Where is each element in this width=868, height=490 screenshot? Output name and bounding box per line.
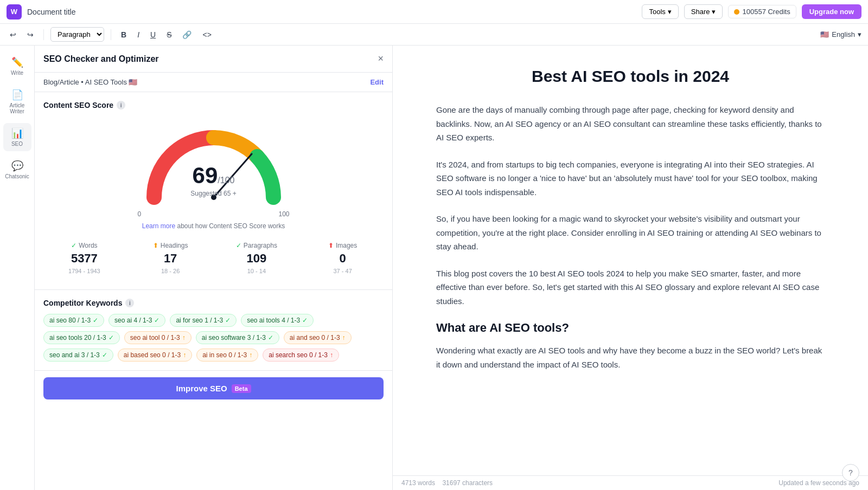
- metrics-grid: ✓ Words 5377 1794 - 1943 ⬆ Headings 17 1…: [43, 235, 384, 281]
- keyword-icon-9: ↑: [183, 351, 186, 359]
- edit-button[interactable]: Edit: [370, 78, 384, 86]
- strikethrough-button[interactable]: S: [163, 28, 175, 41]
- keyword-icon-5: ↑: [182, 334, 186, 341]
- upgrade-button[interactable]: Upgrade now: [802, 4, 861, 19]
- undo-button[interactable]: ↩: [7, 28, 20, 41]
- beta-badge: Beta: [232, 384, 251, 393]
- keyword-tag-3[interactable]: seo ai tools 4 / 1-3 ✓: [241, 314, 314, 327]
- keyword-icon-2: ✓: [225, 317, 231, 324]
- keyword-tag-11[interactable]: ai search seo 0 / 1-3 ↑: [263, 349, 339, 362]
- bold-button[interactable]: B: [118, 28, 130, 41]
- metric-headings: ⬆ Headings 17 18 - 26: [130, 242, 212, 274]
- top-bar: W Document title Tools ▾ Share ▾ 100557 …: [0, 0, 868, 24]
- sidebar-item-seo[interactable]: 📊 SEO: [3, 123, 31, 151]
- credits-badge: 100557 Credits: [728, 5, 796, 18]
- score-info-icon[interactable]: i: [117, 101, 125, 109]
- keyword-icon-3: ✓: [302, 317, 308, 324]
- keyword-tag-6[interactable]: ai seo software 3 / 1-3 ✓: [196, 331, 279, 344]
- learn-more-text: Learn more about how Content SEO Score w…: [142, 222, 285, 230]
- status-bar: 4713 words 31697 characters Updated a fe…: [393, 475, 868, 490]
- flag-icon: 🇺🇸: [820, 30, 829, 38]
- toolbar-divider-2: [111, 29, 111, 40]
- seo-icon: 📊: [11, 127, 23, 139]
- keyword-icon-1: ✓: [154, 317, 159, 324]
- toolbar-divider-1: [43, 29, 44, 40]
- article-para-3: So, if you have been looking for a magic…: [436, 212, 825, 254]
- paragraphs-check-icon: ✓: [236, 242, 241, 249]
- headings-check-icon: ⬆: [153, 242, 158, 249]
- credits-dot-icon: [734, 9, 739, 15]
- article-para-4: This blog post covers the 10 best AI SEO…: [436, 267, 825, 308]
- improve-seo-button[interactable]: Improve SEO Beta: [43, 377, 384, 399]
- images-arrow-icon: ⬆: [328, 242, 334, 249]
- keyword-tag-4[interactable]: ai seo tools 20 / 1-3 ✓: [43, 331, 120, 344]
- close-panel-button[interactable]: ×: [378, 53, 384, 65]
- gauge-score: 69/100 Suggested 65 +: [190, 163, 236, 197]
- keyword-tag-9[interactable]: ai based seo 0 / 1-3 ↑: [118, 349, 192, 362]
- keywords-section-title: Competitor Keywords i: [43, 299, 384, 307]
- lang-chevron-icon: ▾: [858, 30, 861, 38]
- gauge-labels: 0 100: [138, 210, 290, 218]
- main-layout: ✏️ Write 📄 Article Writer 📊 SEO 💬 Chatso…: [0, 46, 868, 490]
- metric-images: ⬆ Images 0 37 - 47: [302, 242, 384, 274]
- keyword-tag-0[interactable]: ai seo 80 / 1-3 ✓: [43, 314, 104, 327]
- keyword-tag-5[interactable]: seo ai tool 0 / 1-3 ↑: [124, 331, 192, 344]
- panel-header: SEO Checker and Optimizer ×: [35, 46, 392, 73]
- score-section-title: Content SEO Score i: [43, 101, 384, 109]
- keyword-icon-8: ✓: [102, 351, 107, 359]
- learn-more-link[interactable]: Learn more: [142, 222, 175, 230]
- article-subheading: What are AI SEO tools?: [436, 321, 825, 335]
- keyword-icon-10: ↑: [249, 351, 252, 359]
- keyword-tag-1[interactable]: seo ai 4 / 1-3 ✓: [108, 314, 165, 327]
- code-button[interactable]: <>: [199, 28, 214, 41]
- content-area[interactable]: Best AI SEO tools in 2024 Gone are the d…: [393, 46, 868, 490]
- gauge-wrapper: 69/100 Suggested 65 +: [138, 121, 290, 208]
- app-logo: W: [7, 4, 22, 20]
- help-button[interactable]: ?: [842, 464, 859, 481]
- sidebar-item-chatsonic[interactable]: 💬 Chatsonic: [3, 156, 31, 184]
- underline-button[interactable]: U: [147, 28, 159, 41]
- article-title: Best AI SEO tools in 2024: [436, 67, 825, 86]
- tools-button[interactable]: Tools ▾: [642, 4, 678, 19]
- italic-button[interactable]: I: [134, 28, 143, 41]
- gauge-container: 69/100 Suggested 65 + 0 100 Learn more a…: [43, 116, 384, 235]
- keyword-tag-2[interactable]: ai for seo 1 / 1-3 ✓: [170, 314, 237, 327]
- share-chevron-icon: ▾: [712, 8, 716, 16]
- language-selector[interactable]: 🇺🇸 English ▾: [820, 30, 861, 38]
- keywords-info-icon[interactable]: i: [125, 299, 134, 307]
- keyword-icon-11: ↑: [330, 351, 333, 359]
- metric-paragraphs: ✓ Paragraphs 109 10 - 14: [216, 242, 298, 274]
- keyword-tag-8[interactable]: seo and ai 3 / 1-3 ✓: [43, 349, 113, 362]
- keyword-icon-6: ✓: [268, 334, 273, 341]
- chatsonic-icon: 💬: [11, 160, 23, 172]
- breadcrumb-bar: Blog/Article • AI SEO Tools 🇺🇸 Edit: [35, 73, 392, 92]
- document-title[interactable]: Document title: [27, 8, 642, 16]
- share-button[interactable]: Share ▾: [684, 4, 723, 19]
- keyword-tags-container: ai seo 80 / 1-3 ✓seo ai 4 / 1-3 ✓ai for …: [43, 314, 384, 362]
- word-char-count: 4713 words 31697 characters: [401, 479, 493, 487]
- write-icon: ✏️: [11, 56, 23, 68]
- article-para-1: Gone are the days of manually combing th…: [436, 103, 825, 145]
- keyword-icon-7: ↑: [342, 334, 346, 341]
- sidebar: ✏️ Write 📄 Article Writer 📊 SEO 💬 Chatso…: [0, 46, 35, 490]
- paragraph-style-select[interactable]: Paragraph Heading 1 Heading 2 Heading 3: [50, 27, 104, 42]
- article-writer-icon: 📄: [11, 89, 23, 101]
- keyword-icon-4: ✓: [108, 334, 114, 341]
- sidebar-item-write[interactable]: ✏️ Write: [3, 52, 31, 80]
- redo-button[interactable]: ↪: [24, 28, 37, 41]
- article-sub-para: Wondering what exactly are AI SEO tools …: [436, 344, 825, 371]
- link-button[interactable]: 🔗: [179, 28, 195, 41]
- keyword-tag-7[interactable]: ai and seo 0 / 1-3 ↑: [284, 331, 352, 344]
- keyword-tag-10[interactable]: ai in seo 0 / 1-3 ↑: [196, 349, 258, 362]
- tools-chevron-icon: ▾: [668, 8, 672, 16]
- words-check-icon: ✓: [71, 242, 76, 249]
- improve-bar: Improve SEO Beta: [35, 370, 392, 406]
- seo-panel: SEO Checker and Optimizer × Blog/Article…: [35, 46, 393, 490]
- panel-title: SEO Checker and Optimizer: [43, 54, 159, 64]
- sidebar-item-article-writer[interactable]: 📄 Article Writer: [3, 85, 31, 119]
- metric-words: ✓ Words 5377 1794 - 1943: [43, 242, 125, 274]
- score-section: Content SEO Score i: [35, 92, 392, 290]
- keywords-section: Competitor Keywords i ai seo 80 / 1-3 ✓s…: [35, 290, 392, 370]
- keyword-icon-0: ✓: [93, 317, 98, 324]
- top-right-actions: Tools ▾ Share ▾ 100557 Credits Upgrade n…: [642, 4, 861, 19]
